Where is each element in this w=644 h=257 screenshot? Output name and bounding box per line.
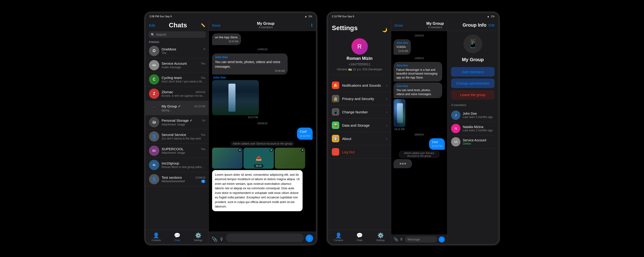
done-button[interactable]: Done: [212, 23, 220, 27]
tab-contacts[interactable]: 👤 Contacts: [146, 233, 167, 242]
search-icon: 🔍: [151, 33, 154, 36]
settings-item-notifications[interactable]: 🔔 Notifications and Sounds ›: [328, 79, 391, 92]
member-avatar-natalia: N: [451, 124, 460, 133]
system-message: Admin added user Service Account to the …: [399, 151, 440, 158]
message-date: 23/04/18: [394, 34, 445, 37]
chat-name: Ios10group: [162, 161, 179, 165]
chat-item-mygroup[interactable]: 📱 My Group ✓ 01:23 PM typing...: [146, 101, 208, 115]
moon-icon[interactable]: 🌙: [382, 27, 387, 32]
chat-item-service-account[interactable]: SA Service Account Thu Audio message: [146, 58, 208, 72]
chat-item-cycling[interactable]: C Cycling team Thu And I don't think I y…: [146, 72, 208, 87]
contacts-icon: 👤: [335, 233, 342, 239]
avatar-onemore: O: [149, 46, 159, 56]
group-info-title: Group Info: [460, 22, 488, 28]
chat-item-ios10group[interactable]: IG Ios10group Roman Mizin is new group a…: [146, 158, 208, 172]
chat-members-count: 4 members: [257, 26, 274, 29]
tab-settings[interactable]: ⚙️ Settings: [188, 233, 208, 242]
member-avatar-john: J: [451, 110, 460, 120]
media-thumb-1[interactable]: ✕: [212, 148, 242, 169]
chat-time: 01:23 PM: [194, 105, 205, 108]
leave-group-button[interactable]: Leave the group: [451, 90, 494, 100]
member-item-natalia[interactable]: N Natalia Mizina Last seen 2 months ago: [451, 122, 494, 135]
edit-button[interactable]: Edit: [149, 23, 155, 27]
chat-info-second: Second Service Thu Zzz don't wanna is th…: [162, 133, 205, 140]
message-time: 10:45 AM: [215, 40, 238, 43]
tab-contacts[interactable]: 👤 Contacts: [328, 233, 349, 242]
chat-name: Zlomac: [162, 90, 173, 94]
compose-button[interactable]: ✏️: [201, 23, 205, 27]
chevron-icon: ›: [386, 124, 387, 127]
edit-button[interactable]: Edit: [488, 23, 494, 27]
right-attachment-icon[interactable]: 📎: [394, 237, 398, 242]
settings-item-about[interactable]: ℹ️ About ›: [328, 132, 391, 145]
add-members-button[interactable]: Add members: [451, 67, 494, 77]
message-time: 10:45 AM: [396, 49, 408, 53]
message-text: V2424v: [396, 45, 406, 49]
right-message-image-wrapper: 04:31 PM: [394, 99, 406, 131]
settings-item-privacy[interactable]: 🔒 Privacy and Security ›: [328, 92, 391, 105]
right-status-bar: 2:10 PM Sun Sep 9 ▲ 1%: [328, 13, 498, 20]
close-icon[interactable]: ✕: [238, 148, 242, 152]
chat-info-zlomac: Zlomac 18/04/18 Кстати, в чего не сделал…: [162, 90, 205, 97]
chat-preview: Attachment: Image: [162, 123, 205, 126]
media-thumb-2[interactable]: ✕ 📤 00:04: [244, 148, 274, 169]
chat-preview: Attachment: Image: [162, 151, 205, 154]
system-message: Admin added user Service Account to the …: [230, 141, 294, 146]
pinned-section-label: PINNED: [146, 40, 208, 44]
right-chat-members-count: 6 members: [426, 26, 444, 29]
chat-time: Thu: [201, 133, 205, 136]
avatar-ios10group: IG: [149, 160, 159, 170]
chat-item-test-sections[interactable]: 👤 Test sections 31/08/18 Wefweefwewefwef…: [146, 172, 208, 186]
chat-info-supercool: SUPERCOOL Thu Attachment: Image: [162, 147, 205, 154]
chevron-icon: ›: [386, 110, 387, 114]
change-admin-button[interactable]: Change administrator: [451, 78, 494, 88]
settings-item-logout[interactable]: 🚪 Log Out: [328, 145, 391, 159]
chat-time: Thu: [201, 148, 205, 150]
search-bar[interactable]: 🔍 Search: [148, 31, 206, 38]
chat-item-zlomac[interactable]: Z Zlomac 18/04/18 Кстати, в чего не сдел…: [146, 87, 208, 101]
chat-group-name: My Group: [257, 21, 274, 26]
right-message-input[interactable]: Message: [405, 236, 437, 243]
chat-info-cycling: Cycling team Thu And I don't think I you…: [162, 76, 205, 83]
chat-item-second-service[interactable]: 👤 Second Service Thu Zzz don't wanna is …: [146, 129, 208, 144]
media-thumb-3[interactable]: ✕: [275, 148, 305, 169]
close-icon[interactable]: ✕: [301, 148, 304, 152]
message-bubble: John Doe You can send texts, photos, vid…: [394, 82, 442, 98]
chat-item-onemore[interactable]: O OneMore F The: [146, 44, 208, 58]
settings-item-label: Privacy and Security: [342, 97, 384, 101]
close-icon[interactable]: ✕: [270, 148, 273, 152]
message-time: 01:22 PM: [300, 135, 310, 138]
message-text: Falcon Messenger is a fast and beautiful…: [396, 68, 437, 79]
right-wifi-icon: ▲: [487, 15, 490, 18]
message-bubble: on the App Store. 10:45 AM: [212, 33, 241, 45]
message-sender: John Doe: [396, 64, 440, 67]
right-message-image: [394, 99, 406, 127]
image-content: [394, 99, 406, 127]
settings-item-change-number[interactable]: 📱 Change Number ›: [328, 105, 391, 119]
attachment-icon[interactable]: 📎: [212, 237, 218, 242]
members-count-label: 4 members: [451, 103, 494, 107]
send-button[interactable]: ↑: [306, 235, 313, 242]
info-button[interactable]: ℹ: [311, 23, 313, 28]
avatar-cycling: C: [149, 74, 159, 85]
settings-item-label: About: [342, 137, 384, 141]
chevron-icon: ›: [386, 84, 387, 87]
chat-item-supercool[interactable]: SC SUPERCOOL Thu Attachment: Image: [146, 144, 208, 158]
settings-item-data[interactable]: 📦 Data and Storage ›: [328, 119, 391, 132]
tab-label: Contacts: [334, 239, 343, 242]
right-send-button[interactable]: ↑: [439, 237, 445, 243]
done-button[interactable]: Done: [394, 23, 403, 27]
chat-time: 31/08/18: [195, 176, 205, 179]
chat-header-center: My Group 4 members: [257, 21, 274, 29]
tab-settings[interactable]: ⚙️ Settings: [370, 233, 391, 242]
member-item-john[interactable]: J John Doe Last seen 3 months ago: [451, 109, 494, 122]
message-input[interactable]: [226, 234, 304, 242]
chat-item-personal-storage[interactable]: 🗂 Personal Storage ✓ Fri Attachment: Ima…: [146, 115, 208, 129]
right-mic-icon[interactable]: 🎙: [400, 237, 404, 242]
tab-chats[interactable]: 💬 Chats: [349, 233, 370, 242]
chat-preview: Wefweefwewefwef 2: [162, 180, 205, 183]
member-item-service[interactable]: SA Service Account Online: [451, 135, 494, 149]
tab-chats[interactable]: 💬 Chats: [167, 233, 188, 242]
mic-icon[interactable]: 🎙: [219, 237, 224, 242]
profile-card[interactable]: R Roman Mizin +16475559911 Ukraine 🇺🇦 21…: [332, 38, 387, 75]
